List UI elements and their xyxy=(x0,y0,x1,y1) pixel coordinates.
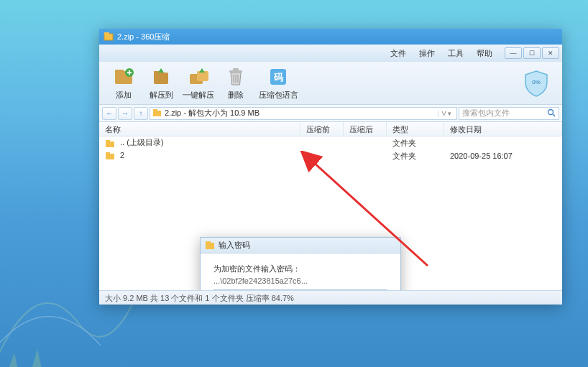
svg-rect-5 xyxy=(154,73,168,84)
statusbar: 大小 9.2 MB 共 13 个文件和 1 个文件夹 压缩率 84.7% xyxy=(99,290,562,305)
svg-rect-8 xyxy=(197,71,208,81)
svg-rect-25 xyxy=(206,241,211,243)
address-dropdown[interactable]: V ▾ xyxy=(438,110,454,117)
svg-rect-0 xyxy=(104,34,113,40)
dialog-icon xyxy=(205,241,215,251)
folder-icon xyxy=(105,139,115,149)
password-dialog: 输入密码 为加密的文件输入密码： ...\02bf2fe2423815a27c6… xyxy=(200,237,401,290)
svg-text:码: 码 xyxy=(273,72,283,83)
app-icon xyxy=(104,32,114,42)
svg-rect-9 xyxy=(229,70,242,73)
window-controls: — ☐ ✕ xyxy=(505,47,559,59)
delete-button[interactable]: 删除 xyxy=(217,64,254,102)
navbar: ← → ↑ 2.zip - 解包大小为 10.9 MB V ▾ 搜索包内文件 xyxy=(99,105,562,122)
check-button[interactable]: 码 压缩包语言 xyxy=(254,64,302,102)
svg-rect-21 xyxy=(106,140,110,142)
search-icon[interactable] xyxy=(547,108,556,119)
col-date[interactable]: 修改日期 xyxy=(444,122,562,136)
extract-to-button[interactable]: 解压到 xyxy=(142,64,180,102)
up-button[interactable]: ↑ xyxy=(134,107,148,120)
svg-line-19 xyxy=(553,114,555,116)
add-icon xyxy=(112,65,135,88)
svg-rect-24 xyxy=(206,243,214,249)
menubar: 文件 操作 工具 帮助 — ☐ ✕ xyxy=(99,45,562,62)
address-bar[interactable]: 2.zip - 解包大小为 10.9 MB V ▾ xyxy=(150,107,457,120)
list-header: 名称 压缩前 压缩后 类型 修改日期 xyxy=(99,122,562,136)
add-label: 添加 xyxy=(116,90,132,101)
svg-rect-22 xyxy=(106,154,114,159)
dialog-path: ...\02bf2fe2423815a27c6... xyxy=(213,277,387,285)
file-row[interactable]: 2 文件夹 2020-09-25 16:07 xyxy=(99,149,562,162)
file-name: 2 xyxy=(120,151,124,159)
file-date: 2020-09-25 16:07 xyxy=(444,152,562,160)
extract-to-label: 解压到 xyxy=(150,90,173,101)
toolbar: 添加 解压到 一键解压 删除 码 压缩包语言 xyxy=(99,62,562,105)
file-type: 文件夹 xyxy=(387,151,444,162)
file-type: 文件夹 xyxy=(387,138,444,149)
check-icon: 码 xyxy=(267,65,290,88)
dialog-titlebar[interactable]: 输入密码 xyxy=(201,238,400,254)
file-name: .. (上级目录) xyxy=(120,138,164,147)
col-before[interactable]: 压缩前 xyxy=(300,122,344,136)
svg-point-18 xyxy=(548,109,553,114)
search-box[interactable]: 搜索包内文件 xyxy=(459,107,559,120)
titlebar[interactable]: 2.zip - 360压缩 xyxy=(99,29,562,45)
address-icon xyxy=(152,108,162,118)
svg-rect-10 xyxy=(233,68,239,70)
col-after[interactable]: 压缩后 xyxy=(344,122,387,136)
check-label: 压缩包语言 xyxy=(259,90,298,101)
svg-rect-1 xyxy=(104,32,109,34)
menu-tools[interactable]: 工具 xyxy=(441,48,470,59)
svg-rect-16 xyxy=(153,111,161,116)
extract-to-icon xyxy=(150,65,173,88)
one-click-icon xyxy=(187,65,210,88)
maximize-button[interactable]: ☐ xyxy=(523,47,541,59)
status-text: 大小 9.2 MB 共 13 个文件和 1 个文件夹 压缩率 84.7% xyxy=(105,294,294,302)
close-button[interactable]: ✕ xyxy=(542,47,559,59)
dialog-prompt: 为加密的文件输入密码： xyxy=(213,264,387,274)
one-click-label: 一键解压 xyxy=(183,90,214,101)
dialog-title-text: 输入密码 xyxy=(219,240,250,251)
svg-rect-23 xyxy=(106,152,110,154)
col-type[interactable]: 类型 xyxy=(387,122,444,136)
archive-window: 2.zip - 360压缩 文件 操作 工具 帮助 — ☐ ✕ 添加 解压到 xyxy=(99,29,562,305)
svg-rect-17 xyxy=(153,109,157,111)
window-title: 2.zip - 360压缩 xyxy=(117,32,170,42)
delete-label: 删除 xyxy=(228,90,244,101)
delete-icon xyxy=(224,65,247,88)
folder-icon xyxy=(105,151,115,161)
shield-percent-text: 0% xyxy=(522,79,551,85)
shield-badge[interactable]: 0% xyxy=(522,69,551,98)
menu-file[interactable]: 文件 xyxy=(384,48,413,59)
address-text: 2.zip - 解包大小为 10.9 MB xyxy=(165,108,259,119)
add-button[interactable]: 添加 xyxy=(105,64,142,102)
menu-operate[interactable]: 操作 xyxy=(413,48,441,59)
back-button[interactable]: ← xyxy=(102,107,116,120)
svg-rect-3 xyxy=(115,70,124,73)
file-list[interactable]: .. (上级目录) 文件夹 2 文件夹 2020-09-25 16:07 输入 xyxy=(99,136,562,290)
forward-button[interactable]: → xyxy=(118,107,132,120)
col-name[interactable]: 名称 xyxy=(99,122,300,136)
search-placeholder: 搜索包内文件 xyxy=(462,108,510,119)
svg-rect-20 xyxy=(106,141,114,147)
menu-help[interactable]: 帮助 xyxy=(470,48,499,59)
password-input[interactable]: ▾ xyxy=(213,289,387,290)
minimize-button[interactable]: — xyxy=(505,47,522,59)
file-row[interactable]: .. (上级目录) 文件夹 xyxy=(99,136,562,149)
one-click-extract-button[interactable]: 一键解压 xyxy=(180,64,217,102)
